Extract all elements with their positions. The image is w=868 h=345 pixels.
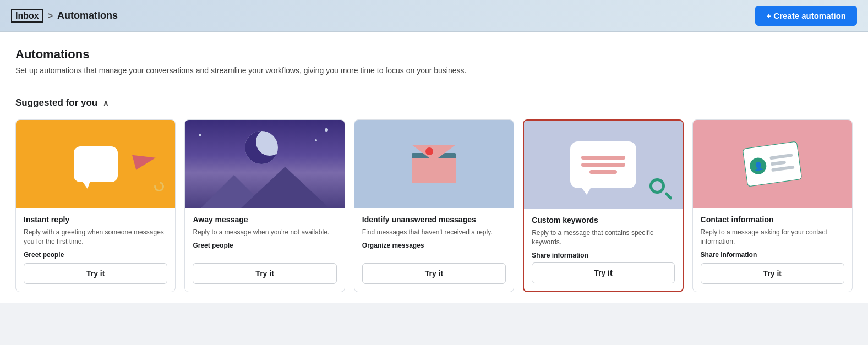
try-button-instant-reply[interactable]: Try it — [24, 263, 167, 284]
card-title-instant-reply: Instant reply — [24, 215, 167, 224]
spiral-icon — [152, 180, 166, 194]
card-illustration-instant-reply — [16, 120, 175, 208]
star3-icon — [199, 134, 201, 136]
card-illustration-contact-information: 👤 — [693, 120, 852, 208]
card-image-away-message — [185, 120, 344, 208]
mountain-icon — [185, 175, 344, 208]
breadcrumb: Inbox > Automations — [11, 9, 118, 23]
id-line-short — [771, 161, 787, 166]
card-illustration-custom-keywords — [524, 121, 682, 209]
card-desc-identify-unanswered: Find messages that haven't received a re… — [362, 228, 506, 237]
id-line-long — [769, 154, 793, 160]
section-title: Suggested for you — [15, 97, 97, 108]
card-tag-away-message: Greet people — [193, 242, 336, 249]
try-button-contact-information[interactable]: Try it — [701, 263, 844, 284]
card-title-identify-unanswered: Identify unanswered messages — [362, 215, 506, 224]
envelope-body — [412, 158, 456, 183]
card-instant-reply: Instant reply Reply with a greeting when… — [15, 119, 176, 292]
main-content: Automations Set up automations that mana… — [0, 32, 868, 303]
star1-icon — [325, 128, 328, 132]
card-illustration-away-message — [185, 120, 344, 208]
card-body-instant-reply: Instant reply Reply with a greeting when… — [16, 208, 175, 292]
speech-bubble-icon — [570, 141, 636, 188]
top-bar: Inbox > Automations + Create automation — [0, 0, 868, 32]
breadcrumb-inbox[interactable]: Inbox — [11, 9, 43, 23]
try-button-custom-keywords[interactable]: Try it — [532, 262, 674, 283]
cards-grid: Instant reply Reply with a greeting when… — [15, 119, 853, 292]
id-lines — [769, 154, 794, 172]
card-image-instant-reply — [16, 120, 175, 208]
chevron-up-icon[interactable]: ∧ — [103, 98, 108, 107]
card-body-identify-unanswered: Identify unanswered messages Find messag… — [354, 208, 514, 292]
card-title-away-message: Away message — [193, 215, 336, 224]
card-tag-identify-unanswered: Organize messages — [362, 242, 506, 249]
card-tag-instant-reply: Greet people — [24, 251, 167, 259]
id-line-long2 — [771, 165, 794, 172]
kw-line-2 — [581, 163, 625, 167]
kw-line-1 — [581, 156, 625, 160]
page-title: Automations — [15, 47, 853, 62]
breadcrumb-automations: Automations — [57, 10, 118, 21]
kw-line-3 — [589, 170, 617, 174]
card-tag-contact-information: Share information — [701, 251, 844, 259]
card-contact-information: 👤 Contact information Reply to a message… — [692, 119, 853, 292]
card-title-contact-information: Contact information — [701, 215, 844, 224]
card-tag-custom-keywords: Share information — [532, 251, 674, 259]
card-body-custom-keywords: Custom keywords Reply to a message that … — [524, 209, 682, 291]
card-image-contact-information: 👤 — [693, 120, 852, 208]
card-image-custom-keywords — [524, 121, 682, 209]
card-body-contact-information: Contact information Reply to a message a… — [693, 208, 852, 292]
card-body-away-message: Away message Reply to a message when you… — [185, 208, 344, 292]
star2-icon — [315, 139, 317, 141]
plane-icon — [132, 149, 157, 169]
card-image-identify-unanswered — [354, 120, 514, 208]
card-desc-instant-reply: Reply with a greeting when someone messa… — [24, 228, 167, 247]
card-title-custom-keywords: Custom keywords — [532, 215, 674, 225]
card-desc-away-message: Reply to a message when you're not avail… — [193, 228, 336, 237]
moon-icon — [245, 131, 278, 164]
envelope-icon — [409, 145, 458, 183]
id-avatar-icon: 👤 — [749, 157, 768, 176]
card-away-message: Away message Reply to a message when you… — [184, 119, 345, 292]
envelope-flap — [412, 145, 456, 161]
divider — [15, 86, 853, 86]
card-desc-custom-keywords: Reply to a message that contains specifi… — [532, 228, 674, 247]
magnifier-circle — [649, 178, 665, 194]
create-automation-button[interactable]: + Create automation — [755, 6, 857, 26]
try-button-identify-unanswered[interactable]: Try it — [362, 263, 506, 284]
magnifier-icon — [649, 178, 672, 200]
magnifier-handle — [664, 192, 673, 200]
id-card-icon: 👤 — [743, 141, 803, 187]
bubble-icon — [74, 146, 118, 182]
try-button-away-message[interactable]: Try it — [193, 263, 336, 284]
card-desc-contact-information: Reply to a message asking for your conta… — [701, 228, 844, 247]
card-identify-unanswered: Identify unanswered messages Find messag… — [354, 119, 514, 292]
card-custom-keywords: Custom keywords Reply to a message that … — [523, 119, 683, 292]
section-header: Suggested for you ∧ — [15, 97, 853, 108]
page-description: Set up automations that manage your conv… — [15, 66, 853, 75]
card-illustration-identify-unanswered — [354, 120, 514, 208]
breadcrumb-separator: > — [48, 11, 53, 21]
